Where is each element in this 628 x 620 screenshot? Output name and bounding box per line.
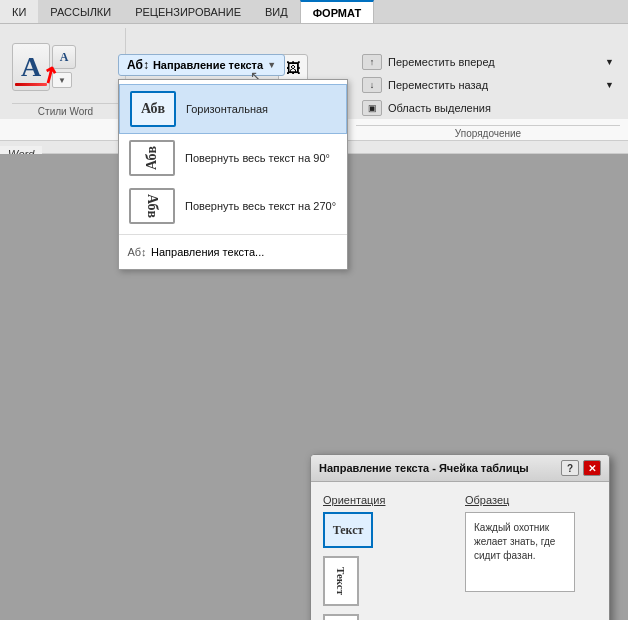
preview-text: Каждый охотник желает знать, где сидит ф… [474, 522, 555, 561]
dialog-main-row: Ориентация Текст Текст Текст [323, 494, 597, 620]
orient-horizontal-icon: Текст [323, 512, 373, 548]
tab-retsenz[interactable]: РЕЦЕНЗИРОВАНИЕ [123, 0, 253, 23]
more-directions-label: Направления текста... [151, 246, 264, 258]
move-forward-label: Переместить вперед [388, 56, 495, 68]
dialog-title-icons: ? ✕ [561, 460, 601, 476]
selection-label: Область выделения [388, 102, 491, 114]
move-forward-icon: ↑ [362, 54, 382, 70]
rotate90-option[interactable]: Абв Повернуть весь текст на 90° [119, 134, 347, 182]
rotate270-icon: Абв [129, 188, 175, 224]
small-a-button[interactable]: A [52, 45, 76, 69]
text-dir-label: Направление текста [153, 59, 263, 71]
orient-rotate90-option[interactable]: Текст [323, 556, 455, 606]
image-icon: 🖼 [286, 60, 300, 76]
ribbon: A A ▼ Стили Word ↗ Аб↕ Направлен [0, 24, 628, 154]
tab-vid[interactable]: ВИД [253, 0, 300, 23]
horizontal-option[interactable]: Абв Горизонтальная [119, 84, 347, 134]
tab-bar: КИ РАССЫЛКИ РЕЦЕНЗИРОВАНИЕ ВИД ФОРМАТ [0, 0, 628, 24]
small-a-letter: A [60, 50, 69, 65]
arrange-group-label: Упорядочение [356, 125, 620, 139]
menu-separator [119, 234, 347, 235]
rotate90-label: Повернуть весь текст на 90° [185, 152, 330, 164]
tab-format[interactable]: ФОРМАТ [300, 0, 374, 23]
right-ribbon-area: ↑ Переместить вперед ▼ ↓ Переместить наз… [348, 48, 628, 143]
preview-box: Каждый охотник желает знать, где сидит ф… [465, 512, 575, 592]
move-backward-button[interactable]: ↓ Переместить назад ▼ [356, 75, 620, 95]
preview-label: Образец [465, 494, 597, 506]
dialog-help-button[interactable]: ? [561, 460, 579, 476]
preview-section: Образец Каждый охотник желает знать, где… [465, 494, 597, 620]
orientation-section: Ориентация Текст Текст Текст [323, 494, 455, 620]
text-direction-dialog: Направление текста - Ячейка таблицы ? ✕ … [310, 454, 610, 620]
orient-rotate270-option[interactable]: Текст [323, 614, 455, 620]
move-backward-label: Переместить назад [388, 79, 488, 91]
dialog-close-button[interactable]: ✕ [583, 460, 601, 476]
move-forward-arrow-icon: ▼ [605, 57, 614, 67]
orient-rotate270-icon: Текст [323, 614, 359, 620]
move-backward-icon: ↓ [362, 77, 382, 93]
orientation-options: Текст Текст Текст [323, 512, 455, 620]
dialog-title-bar: Направление текста - Ячейка таблицы ? ✕ [311, 455, 609, 482]
styles-buttons: A A ▼ [12, 30, 119, 103]
red-underline [15, 83, 47, 86]
styles-group-label: Стили Word [12, 103, 119, 117]
text-directions-icon: Аб↕ [129, 244, 145, 260]
text-direction-dropdown: Абв Горизонтальная Абв Повернуть весь те… [118, 79, 348, 270]
rotate270-option[interactable]: Абв Повернуть весь текст на 270° [119, 182, 347, 230]
horizontal-icon: Абв [130, 91, 176, 127]
styles-group: A A ▼ Стили Word [6, 28, 126, 119]
rotate90-icon: Абв [129, 140, 175, 176]
text-dir-icon: Аб↕ [127, 58, 149, 72]
tab-rassylki[interactable]: РАССЫЛКИ [38, 0, 123, 23]
dialog-body: Ориентация Текст Текст Текст [311, 482, 609, 620]
dialog-title-text: Направление текста - Ячейка таблицы [319, 462, 529, 474]
text-dir-chevron-icon: ▼ [267, 60, 276, 70]
selection-area-button[interactable]: ▣ Область выделения [356, 98, 620, 118]
orient-horizontal-option[interactable]: Текст [323, 512, 455, 548]
rotate270-label: Повернуть весь текст на 270° [185, 200, 336, 212]
tab-ki[interactable]: КИ [0, 0, 38, 23]
orient-rotate90-icon: Текст [323, 556, 359, 606]
move-backward-arrow-icon: ▼ [605, 80, 614, 90]
orientation-label: Ориентация [323, 494, 455, 506]
horizontal-label: Горизонтальная [186, 103, 268, 115]
more-text-directions-button[interactable]: Аб↕ Направления текста... [119, 239, 347, 265]
move-forward-button[interactable]: ↑ Переместить вперед ▼ [356, 52, 620, 72]
selection-icon: ▣ [362, 100, 382, 116]
